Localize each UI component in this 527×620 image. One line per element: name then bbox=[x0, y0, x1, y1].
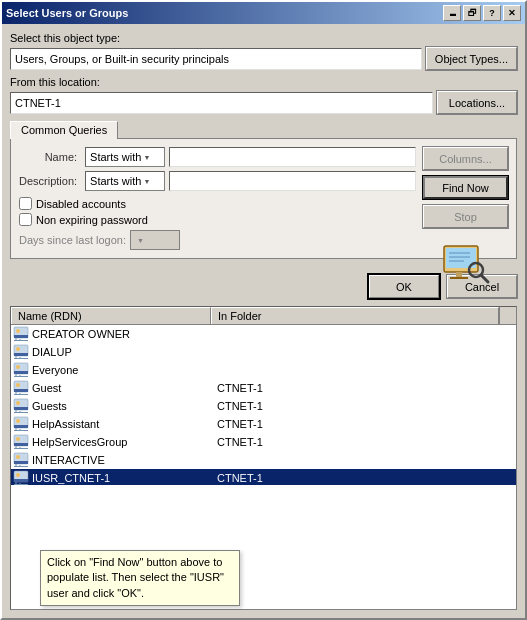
object-type-row: Object Types... bbox=[10, 47, 517, 70]
object-type-input[interactable] bbox=[10, 48, 422, 70]
svg-rect-28 bbox=[14, 389, 28, 392]
svg-rect-26 bbox=[14, 376, 28, 377]
disabled-accounts-checkbox[interactable] bbox=[19, 197, 32, 210]
list-item-name: INTERACTIVE bbox=[11, 452, 211, 468]
list-item[interactable]: HelpServicesGroupCTNET-1 bbox=[11, 433, 516, 451]
object-types-button[interactable]: Object Types... bbox=[426, 47, 517, 70]
list-item-name: Guests bbox=[11, 398, 211, 414]
svg-rect-40 bbox=[14, 425, 28, 428]
svg-point-23 bbox=[16, 365, 20, 369]
svg-rect-58 bbox=[14, 479, 28, 482]
header-scrollbar-spacer bbox=[499, 307, 516, 324]
svg-point-11 bbox=[16, 329, 20, 333]
location-input[interactable] bbox=[10, 92, 433, 114]
list-item[interactable]: HelpAssistantCTNET-1 bbox=[11, 415, 516, 433]
svg-rect-22 bbox=[14, 371, 28, 374]
tab-common-queries[interactable]: Common Queries bbox=[10, 121, 118, 139]
list-item-name: HelpServicesGroup bbox=[11, 434, 211, 450]
folder-column-header[interactable]: In Folder bbox=[211, 307, 499, 324]
list-item-folder: CTNET-1 bbox=[211, 382, 516, 394]
days-since-select[interactable] bbox=[130, 230, 180, 250]
list-header: Name (RDN) In Folder bbox=[11, 307, 516, 325]
list-item[interactable]: GuestCTNET-1 bbox=[11, 379, 516, 397]
svg-point-17 bbox=[16, 347, 20, 351]
list-item[interactable]: Everyone bbox=[11, 361, 516, 379]
user-icon bbox=[13, 416, 29, 432]
search-icon bbox=[440, 242, 492, 286]
nonexpiring-row: Non expiring password bbox=[19, 213, 416, 226]
nonexpiring-label: Non expiring password bbox=[36, 214, 148, 226]
description-label: Description: bbox=[19, 175, 81, 187]
help-button[interactable]: ? bbox=[483, 5, 501, 21]
name-label: Name: bbox=[19, 151, 81, 163]
spinner-area bbox=[423, 242, 508, 288]
list-item[interactable]: DIALUP bbox=[11, 343, 516, 361]
desc-condition-select[interactable]: Starts with bbox=[85, 171, 165, 191]
svg-rect-2 bbox=[456, 272, 462, 277]
user-icon bbox=[13, 434, 29, 450]
list-item-name: CREATOR OWNER bbox=[11, 326, 211, 342]
maximize-button[interactable]: 🗗 bbox=[463, 5, 481, 21]
user-icon bbox=[13, 452, 29, 468]
svg-line-5 bbox=[481, 275, 488, 282]
list-item[interactable]: INTERACTIVE bbox=[11, 451, 516, 469]
svg-rect-34 bbox=[14, 407, 28, 410]
list-item-name: Everyone bbox=[11, 362, 211, 378]
list-item[interactable]: IUSR_CTNET-1CTNET-1 bbox=[11, 469, 516, 485]
svg-rect-20 bbox=[14, 358, 28, 359]
svg-point-53 bbox=[16, 455, 20, 459]
list-items-container: CREATOR OWNER DIALUP Everyone GuestCTNET… bbox=[11, 325, 516, 485]
right-panel: Columns... Find Now Stop bbox=[423, 147, 508, 288]
form-grid: Name: Starts with Description: Starts wi… bbox=[19, 147, 416, 191]
list-item-folder: CTNET-1 bbox=[211, 400, 516, 412]
list-item-name: IUSR_CTNET-1 bbox=[11, 470, 211, 485]
name-value-input[interactable] bbox=[169, 147, 416, 167]
list-item-folder: CTNET-1 bbox=[211, 436, 516, 448]
list-scroll-area[interactable]: CREATOR OWNER DIALUP Everyone GuestCTNET… bbox=[11, 325, 516, 485]
tab-strip: Common Queries bbox=[10, 121, 517, 139]
nonexpiring-password-checkbox[interactable] bbox=[19, 213, 32, 226]
list-item-folder: CTNET-1 bbox=[211, 472, 516, 484]
name-column-header[interactable]: Name (RDN) bbox=[11, 307, 211, 324]
minimize-button[interactable]: 🗕 bbox=[443, 5, 461, 21]
list-item[interactable]: CREATOR OWNER bbox=[11, 325, 516, 343]
list-item-folder: CTNET-1 bbox=[211, 418, 516, 430]
list-item[interactable]: GuestsCTNET-1 bbox=[11, 397, 516, 415]
svg-point-41 bbox=[16, 419, 20, 423]
disabled-accounts-row: Disabled accounts bbox=[19, 197, 416, 210]
list-item-name: Guest bbox=[11, 380, 211, 396]
svg-rect-56 bbox=[14, 466, 28, 467]
svg-rect-46 bbox=[14, 443, 28, 446]
stop-button[interactable]: Stop bbox=[423, 205, 508, 228]
svg-rect-38 bbox=[14, 412, 28, 413]
days-since-label: Days since last logon: bbox=[19, 234, 126, 246]
tab-content: Name: Starts with Description: Starts wi… bbox=[10, 138, 517, 259]
svg-rect-3 bbox=[450, 277, 468, 279]
user-icon bbox=[13, 470, 29, 485]
location-label: From this location: bbox=[10, 76, 517, 88]
user-icon bbox=[13, 398, 29, 414]
disabled-accounts-label: Disabled accounts bbox=[36, 198, 126, 210]
user-icon bbox=[13, 362, 29, 378]
svg-point-29 bbox=[16, 383, 20, 387]
object-type-label: Select this object type: bbox=[10, 32, 517, 44]
svg-rect-32 bbox=[14, 394, 28, 395]
svg-point-35 bbox=[16, 401, 20, 405]
close-button[interactable]: ✕ bbox=[503, 5, 521, 21]
name-condition-select[interactable]: Starts with bbox=[85, 147, 165, 167]
svg-point-59 bbox=[16, 473, 20, 477]
svg-point-47 bbox=[16, 437, 20, 441]
tooltip-text: Click on "Find Now" button above to popu… bbox=[47, 556, 224, 599]
locations-button[interactable]: Locations... bbox=[437, 91, 517, 114]
svg-rect-50 bbox=[14, 448, 28, 449]
desc-value-input[interactable] bbox=[169, 171, 416, 191]
window-content: Select this object type: Object Types...… bbox=[2, 24, 525, 618]
title-bar-buttons: 🗕 🗗 ? ✕ bbox=[443, 5, 521, 21]
location-row: Locations... bbox=[10, 91, 517, 114]
find-now-button[interactable]: Find Now bbox=[423, 176, 508, 199]
user-icon bbox=[13, 326, 29, 342]
days-since-row: Days since last logon: bbox=[19, 230, 416, 250]
tab-area: Common Queries Name: Starts with Descrip… bbox=[10, 120, 517, 267]
columns-button[interactable]: Columns... bbox=[423, 147, 508, 170]
svg-rect-16 bbox=[14, 353, 28, 356]
